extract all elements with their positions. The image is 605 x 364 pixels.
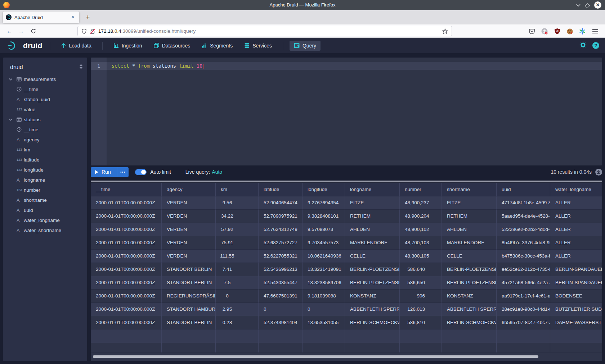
cell-water_longname[interactable]: BÜTZFLETHER SÜDERELBE [550, 303, 602, 316]
live-query-value[interactable]: Auto [212, 169, 222, 175]
cell-latitude[interactable]: 52.5436996213 [259, 263, 302, 276]
extension-asterisk-icon[interactable] [578, 27, 586, 35]
cell-agency[interactable]: VERDEN [162, 196, 216, 210]
cell-number[interactable]: 48,300,105 [400, 250, 442, 263]
cookie-icon[interactable] [566, 27, 574, 35]
cell-number[interactable]: 48,900,102 [400, 223, 442, 236]
cell-uuid[interactable]: 6b595707-8c47-4bc7-a8 [497, 316, 550, 329]
column-header-longname[interactable]: longname [345, 183, 400, 196]
cell-uuid[interactable]: 8b4f9f7c-3376-4dd8-95c [497, 236, 550, 250]
sidebar-column-__time[interactable]: __time [3, 84, 87, 94]
cell-longitude[interactable]: 9.7034557573 [302, 236, 345, 250]
cell-uuid[interactable]: ee52ce62-212c-4735-b4 [497, 263, 550, 276]
pane-resize-handle[interactable] [91, 181, 602, 182]
cell-shortname[interactable]: CELLE [442, 250, 497, 263]
cell-longname[interactable]: KONSTANZ [345, 290, 400, 303]
column-header-water_longname[interactable]: water_longname [550, 183, 602, 196]
cell-longitude[interactable]: 9.3828408101 [302, 210, 345, 223]
shield-icon[interactable] [81, 28, 87, 34]
sidebar-column-shortname[interactable]: Ashortname [3, 195, 87, 205]
sidebar-column-agency[interactable]: Aagency [3, 135, 87, 145]
sidebar-column-uuid[interactable]: Auuid [3, 205, 87, 215]
cell-latitude[interactable]: 52.7624312749 [259, 223, 302, 236]
back-icon[interactable]: ← [4, 26, 14, 36]
cell-__time[interactable]: 2000-01-01T00:00:00.000Z [91, 263, 162, 276]
chevron-down-icon[interactable] [9, 77, 17, 81]
cell-number[interactable]: 48,900,237 [400, 196, 442, 210]
cell-agency[interactable]: VERDEN [162, 236, 216, 250]
nav-item-ingestion[interactable]: Ingestion [109, 41, 147, 51]
cell-number[interactable]: 906 [400, 290, 442, 303]
help-icon[interactable]: ? [592, 42, 599, 49]
ublock-icon[interactable]: UO [553, 27, 561, 35]
cell-latitude[interactable]: 52.7890975921 [259, 210, 302, 223]
sidebar-column-water_shortname[interactable]: Awater_shortname [3, 225, 87, 235]
cell-uuid[interactable]: 45721a68-566c-4e2a-a6 [497, 276, 550, 290]
cell-km[interactable]: 7.41 [216, 263, 259, 276]
cell-latitude[interactable]: 0 [259, 303, 302, 316]
cell-uuid[interactable]: 28ec91e8-90c0-44d1-8fc [497, 303, 550, 316]
cell-uuid[interactable]: 522286e2-b2b3-4d0d-9a [497, 223, 550, 236]
new-tab-button[interactable]: + [84, 13, 92, 22]
cell-km[interactable]: 34.22 [216, 210, 259, 223]
column-header-__time[interactable]: __time [91, 183, 162, 196]
cell-km[interactable]: 2.95 [216, 303, 259, 316]
cell-longitude[interactable]: 9.181039088 [302, 290, 345, 303]
nav-item-query[interactable]: Query [290, 41, 321, 51]
cell-km[interactable]: 75.91 [216, 236, 259, 250]
bookmark-star-icon[interactable] [442, 28, 448, 34]
cell-__time[interactable]: 2000-01-01T00:00:00.000Z [91, 223, 162, 236]
cell-__time[interactable]: 2000-01-01T00:00:00.000Z [91, 303, 162, 316]
pocket-icon[interactable] [528, 27, 536, 35]
cell-shortname[interactable]: AHLDEN [442, 223, 497, 236]
auto-limit-toggle[interactable] [135, 169, 147, 175]
cell-water_longname[interactable]: ALLER [550, 236, 602, 250]
chevron-down-icon[interactable] [9, 118, 17, 122]
cell-__time[interactable]: 2000-01-01T00:00:00.000Z [91, 196, 162, 210]
menu-hamburger-icon[interactable] [591, 27, 599, 35]
cell-longitude[interactable]: 13.3231419091 [302, 263, 345, 276]
cell-water_longname[interactable]: BERLIN-SPANDAUER-SCHIFFAHRTSKANAL [550, 276, 602, 290]
druid-logo[interactable]: druid [6, 41, 42, 51]
cell-shortname[interactable]: RETHEM [442, 210, 497, 223]
horizontal-scrollbar[interactable] [93, 355, 538, 358]
cell-uuid[interactable]: aa9179c1-17ef-4c61-a48 [497, 290, 550, 303]
cell-water_longname[interactable]: ALLER [550, 223, 602, 236]
cell-agency[interactable]: VERDEN [162, 250, 216, 263]
cell-uuid[interactable]: 47174d8f-1b8e-4599-8a [497, 196, 550, 210]
cell-longitude[interactable]: 13.653581055 [302, 316, 345, 329]
cell-longitude[interactable]: 9.57088073 [302, 223, 345, 236]
reload-icon[interactable] [28, 26, 38, 36]
cell-km[interactable]: 0 [216, 290, 259, 303]
column-header-km[interactable]: km [216, 183, 259, 196]
forward-icon[interactable]: → [16, 26, 26, 36]
gear-icon[interactable] [579, 41, 587, 50]
cell-shortname[interactable]: MARKLENDORF [442, 236, 497, 250]
cell-agency[interactable]: STANDORT BERLIN [162, 276, 216, 290]
schema-selector[interactable]: druid [10, 64, 79, 70]
cell-__time[interactable]: 2000-01-01T00:00:00.000Z [91, 210, 162, 223]
cell-latitude[interactable]: 52.6227055321 [259, 250, 302, 263]
tab-apache-druid[interactable]: Apache Druid × [3, 12, 79, 23]
cell-water_longname[interactable]: ALLER [550, 210, 602, 223]
column-header-agency[interactable]: agency [162, 183, 216, 196]
cell-longname[interactable]: BERLIN-SCHMOECKWITZ [345, 316, 400, 329]
cell-water_longname[interactable]: ALLER [550, 250, 602, 263]
column-header-longitude[interactable]: longitude [302, 183, 345, 196]
cell-km[interactable]: 111.55 [216, 250, 259, 263]
cell-longname[interactable]: AHLDEN [345, 223, 400, 236]
cell-longname[interactable]: MARKLENDORF [345, 236, 400, 250]
cell-number[interactable]: 48,900,204 [400, 210, 442, 223]
tab-close-icon[interactable]: × [69, 14, 76, 21]
sidebar-column-latitude[interactable]: 123latitude [3, 155, 87, 165]
url-bar[interactable]: 172.18.0.4:30899/unified-console.html#qu… [77, 26, 452, 36]
cell-longname[interactable]: ABBENFLETH SPERRWERK [345, 303, 400, 316]
cell-shortname[interactable]: BERLIN-SCHMOECKWITZ [442, 316, 497, 329]
cell-__time[interactable]: 2000-01-01T00:00:00.000Z [91, 316, 162, 329]
maximize-icon[interactable] [585, 3, 590, 8]
cell-longitude[interactable]: 9.2767694354 [302, 196, 345, 210]
account-icon[interactable]: ✕ [541, 27, 548, 35]
column-header-latitude[interactable]: latitude [259, 183, 302, 196]
cell-longname[interactable]: BERLIN-PLOETZENSEE OP [345, 263, 400, 276]
cell-uuid[interactable]: b475386c-30cc-453a-b3 [497, 250, 550, 263]
